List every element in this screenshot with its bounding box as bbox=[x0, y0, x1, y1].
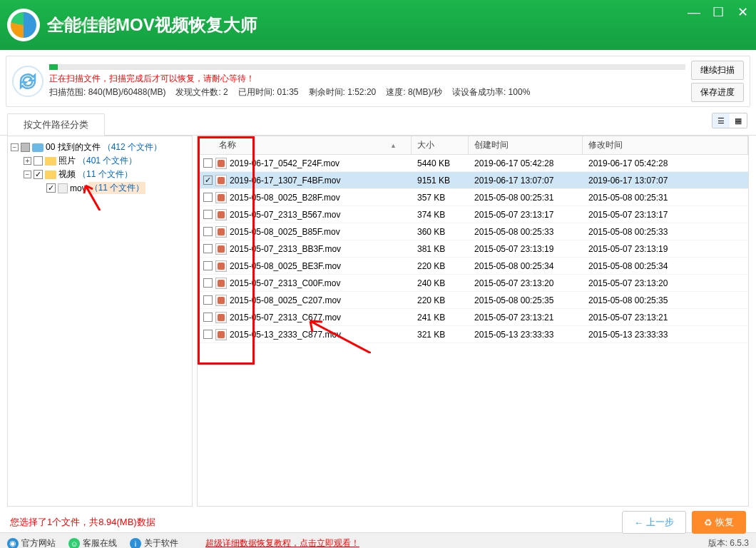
tree-count: （401 个文件） bbox=[78, 155, 137, 167]
file-checkbox[interactable] bbox=[203, 261, 213, 270]
drive-icon bbox=[32, 143, 44, 152]
folder-icon bbox=[45, 171, 56, 179]
col-mtime[interactable]: 修改时间 bbox=[583, 136, 748, 154]
scan-spinner-icon bbox=[12, 66, 44, 97]
file-list-pane: 名称▲ 大小 创建时间 修改时间 2019-06-17_0542_F24F.mo… bbox=[197, 136, 749, 507]
col-size[interactable]: 大小 bbox=[412, 136, 469, 154]
official-site-link[interactable]: ◉官方网站 bbox=[7, 537, 56, 548]
tree-checkbox[interactable] bbox=[21, 143, 30, 152]
file-size: 321 KB bbox=[412, 330, 469, 340]
tree-label: 照片 bbox=[58, 155, 76, 167]
file-ctime: 2019-06-17 05:42:28 bbox=[469, 158, 583, 168]
globe-icon: ◉ bbox=[7, 538, 19, 549]
scan-progress-bar bbox=[49, 64, 685, 70]
view-switch: ☰ ▦ bbox=[712, 113, 747, 128]
file-checkbox[interactable] bbox=[203, 227, 213, 236]
file-checkbox[interactable] bbox=[203, 278, 213, 288]
file-row[interactable]: 2015-05-08_0025_C207.mov220 KB2015-05-08… bbox=[198, 292, 748, 309]
file-row[interactable]: 2015-05-07_2313_C677.mov241 KB2015-05-07… bbox=[198, 309, 748, 326]
file-ctime: 2015-05-13 23:33:33 bbox=[469, 330, 583, 340]
file-name: 2015-05-13_2333_C877.mov bbox=[230, 330, 341, 340]
file-ctime: 2015-05-07 23:13:17 bbox=[469, 210, 583, 220]
expander-icon[interactable]: + bbox=[24, 157, 31, 165]
save-progress-button[interactable]: 保存进度 bbox=[691, 83, 744, 102]
file-checkbox[interactable] bbox=[203, 244, 213, 253]
file-row[interactable]: 2015-05-07_2313_C00F.mov240 KB2015-05-07… bbox=[198, 275, 748, 292]
tree-checkbox[interactable] bbox=[46, 183, 56, 193]
scan-message: 正在扫描文件，扫描完成后才可以恢复，请耐心等待！ bbox=[49, 73, 685, 85]
file-size: 240 KB bbox=[412, 278, 469, 288]
file-row[interactable]: 2019-06-17_0542_F24F.mov5440 KB2019-06-1… bbox=[198, 155, 748, 172]
selection-summary: 您选择了1个文件，共8.94(MB)数据 bbox=[10, 516, 155, 529]
info-icon: i bbox=[130, 538, 141, 549]
about-link[interactable]: i关于软件 bbox=[130, 537, 178, 548]
file-ctime: 2019-06-17 13:07:07 bbox=[469, 176, 583, 186]
file-checkbox[interactable] bbox=[203, 313, 213, 322]
expander-icon[interactable]: − bbox=[11, 143, 19, 151]
tree-label: 视频 bbox=[58, 168, 76, 181]
column-header: 名称▲ 大小 创建时间 修改时间 bbox=[198, 136, 748, 155]
file-row[interactable]: 2015-05-08_0025_B85F.mov360 KB2015-05-08… bbox=[198, 223, 748, 240]
tree-checkbox[interactable] bbox=[34, 156, 43, 166]
grid-view-button[interactable]: ▦ bbox=[730, 113, 747, 128]
scan-detail: 扫描范围: 840(MB)/60488(MB) 发现文件数: 2 已用时间: 0… bbox=[49, 86, 685, 98]
file-mtime: 2019-06-17 13:07:07 bbox=[583, 176, 748, 186]
file-name: 2019-06-17_1307_F4BF.mov bbox=[230, 176, 340, 186]
expander-icon[interactable]: − bbox=[24, 171, 31, 178]
recover-button[interactable]: ♻恢复 bbox=[692, 511, 746, 534]
prev-step-button[interactable]: ←上一步 bbox=[622, 511, 686, 534]
customer-service-link[interactable]: ☺客服在线 bbox=[68, 537, 117, 548]
col-name[interactable]: 名称▲ bbox=[198, 136, 412, 154]
file-row[interactable]: 2019-06-17_1307_F4BF.mov9151 KB2019-06-1… bbox=[198, 172, 748, 189]
file-row[interactable]: 2015-05-13_2333_C877.mov321 KB2015-05-13… bbox=[198, 326, 748, 343]
list-view-button[interactable]: ☰ bbox=[712, 113, 730, 128]
mov-file-icon bbox=[215, 158, 227, 169]
file-checkbox[interactable] bbox=[203, 295, 213, 305]
file-ctime: 2015-05-08 00:25:31 bbox=[469, 193, 583, 203]
continue-scan-button[interactable]: 继续扫描 bbox=[691, 61, 744, 80]
tree-checkbox[interactable] bbox=[34, 170, 43, 179]
file-ctime: 2015-05-08 00:25:35 bbox=[469, 295, 583, 305]
tree-mov[interactable]: mov （11 个文件） bbox=[11, 181, 189, 195]
file-checkbox[interactable] bbox=[203, 176, 213, 185]
minimize-button[interactable]: — bbox=[686, 4, 702, 20]
tree-count: （11 个文件） bbox=[88, 182, 146, 194]
maximize-button[interactable]: ☐ bbox=[710, 4, 726, 20]
tab-path-group[interactable]: 按文件路径分类 bbox=[7, 113, 105, 136]
sort-asc-icon: ▲ bbox=[390, 142, 397, 149]
file-row[interactable]: 2015-05-08_0025_B28F.mov357 KB2015-05-08… bbox=[198, 189, 748, 206]
tab-bar: 按文件路径分类 ☰ ▦ bbox=[0, 113, 756, 136]
mov-file-icon bbox=[215, 209, 227, 220]
recycle-icon: ♻ bbox=[704, 517, 712, 528]
file-mtime: 2015-05-08 00:25:35 bbox=[583, 295, 748, 305]
file-size: 5440 KB bbox=[412, 158, 469, 168]
mov-file-icon bbox=[215, 329, 227, 340]
tree-photos[interactable]: + 照片 （401 个文件） bbox=[11, 154, 189, 168]
file-size: 357 KB bbox=[412, 193, 469, 203]
file-checkbox[interactable] bbox=[203, 330, 213, 339]
file-ctime: 2015-05-08 00:25:33 bbox=[469, 227, 583, 237]
file-row[interactable]: 2015-05-07_2313_BB3F.mov381 KB2015-05-07… bbox=[198, 240, 748, 258]
app-title: 全能佳能MOV视频恢复大师 bbox=[47, 14, 257, 36]
tree-root[interactable]: − 00 找到的文件 （412 个文件） bbox=[11, 141, 189, 154]
filetype-icon bbox=[58, 183, 68, 193]
tutorial-link[interactable]: 超级详细数据恢复教程，点击立即观看！ bbox=[205, 537, 359, 548]
file-row[interactable]: 2015-05-07_2313_B567.mov374 KB2015-05-07… bbox=[198, 206, 748, 223]
file-mtime: 2015-05-07 23:13:20 bbox=[583, 278, 748, 288]
headset-icon: ☺ bbox=[68, 538, 80, 549]
col-ctime[interactable]: 创建时间 bbox=[469, 136, 583, 154]
file-checkbox[interactable] bbox=[203, 210, 213, 219]
file-row[interactable]: 2015-05-08_0025_BE3F.mov220 KB2015-05-08… bbox=[198, 258, 748, 275]
tree-videos[interactable]: − 视频 （11 个文件） bbox=[11, 168, 189, 181]
file-name: 2015-05-07_2313_C677.mov bbox=[230, 313, 341, 323]
file-checkbox[interactable] bbox=[203, 193, 213, 202]
file-checkbox[interactable] bbox=[203, 158, 213, 168]
file-name: 2015-05-08_0025_B28F.mov bbox=[230, 193, 340, 203]
folder-tree[interactable]: − 00 找到的文件 （412 个文件） + 照片 （401 个文件） − 视频… bbox=[7, 136, 193, 507]
file-size: 9151 KB bbox=[412, 176, 469, 186]
file-mtime: 2015-05-08 00:25:31 bbox=[583, 193, 748, 203]
arrow-left-icon: ← bbox=[634, 517, 643, 528]
close-button[interactable]: ✕ bbox=[735, 4, 750, 20]
mov-file-icon bbox=[215, 192, 227, 203]
mov-file-icon bbox=[215, 278, 227, 289]
